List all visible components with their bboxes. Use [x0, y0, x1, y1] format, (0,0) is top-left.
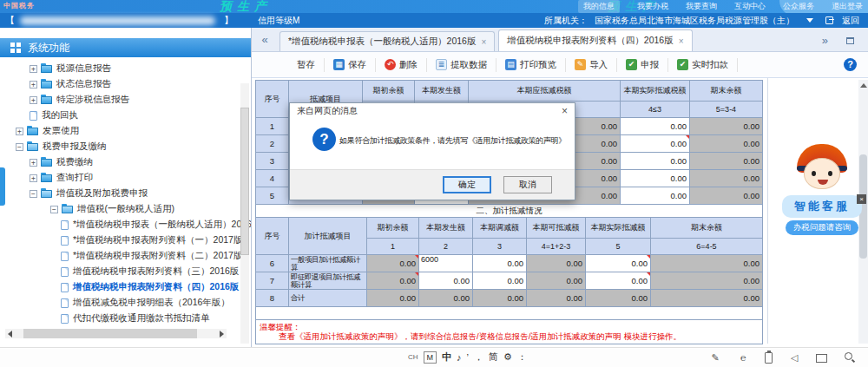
assistant-subtitle[interactable]: 办税问题请咨询 — [786, 220, 858, 235]
editable-cell[interactable]: 0.00 — [586, 255, 651, 272]
tree-item[interactable]: − 增值税及附加税费申报 — [0, 186, 251, 201]
tray-icon[interactable] — [709, 351, 721, 364]
tab-close-icon[interactable]: × — [481, 37, 486, 47]
ime-indicator[interactable]: CH — [408, 353, 418, 361]
tree-item[interactable]: 增值税纳税申报表附列资料（四）2016版 — [0, 279, 251, 295]
sidebar-header[interactable]: 系统功能 — [0, 38, 251, 57]
tree-expander-icon[interactable]: − — [30, 190, 37, 198]
ime-indicator[interactable]: ♪ — [457, 352, 462, 363]
tray-icon[interactable] — [788, 351, 800, 364]
editable-cell[interactable]: 0.00 — [586, 290, 651, 307]
tree-item[interactable]: *增值税纳税申报表附列资料（二）2017版 — [0, 248, 251, 264]
tree-expander-icon[interactable]: + — [16, 128, 23, 135]
editable-cell[interactable]: 0.00 — [473, 290, 527, 307]
top-menu-item[interactable]: 退出登录 — [832, 1, 863, 12]
tree-item[interactable]: *增值税纳税申报表（一般纳税人适用）2016 — [0, 217, 251, 233]
ime-indicator[interactable]: ， — [474, 351, 483, 364]
tree-expander-icon[interactable]: + — [30, 174, 37, 182]
sidebar-vertical-scrollbar[interactable] — [240, 83, 249, 344]
top-menu: 我的信息我要办税我要查询互动中心公众服务退出登录 — [578, 0, 863, 13]
scrollbar-thumb[interactable] — [23, 329, 197, 338]
toolbar-button[interactable]: 实时扣款 — [668, 58, 738, 72]
editable-cell[interactable]: 0.00 — [621, 153, 690, 170]
editable-cell[interactable]: 0.00 — [419, 272, 473, 290]
top-menu-item[interactable]: 我的信息 — [578, 0, 620, 13]
ime-indicator[interactable]: ： — [517, 351, 527, 364]
tree-item[interactable]: − 税费申报及缴纳 — [0, 139, 251, 154]
restore-window-icon[interactable] — [846, 37, 854, 44]
tree-item[interactable]: − 增值税(一般纳税人适用) — [0, 201, 251, 217]
top-menu-item[interactable]: 公众服务 — [783, 1, 814, 12]
toolbar-button[interactable]: 暂存 — [288, 58, 325, 72]
toolbar-button[interactable]: 导入 — [566, 58, 617, 72]
tree-item[interactable]: + 税费缴纳 — [0, 154, 251, 170]
ime-indicator[interactable]: ’ — [467, 352, 469, 363]
tree-expander-icon[interactable]: + — [30, 81, 37, 88]
tree-expander-icon[interactable]: − — [50, 206, 58, 213]
tree-item[interactable]: + 状态信息报告 — [0, 76, 251, 92]
ime-indicator[interactable]: 中 — [442, 351, 451, 364]
tab-close-icon[interactable]: × — [679, 36, 684, 46]
ime-indicator[interactable]: M — [424, 351, 437, 364]
sidebar-horizontal-scrollbar[interactable] — [5, 329, 227, 338]
tree-item[interactable]: *增值税纳税申报表附列资料（一）2017版 — [0, 233, 251, 248]
scrollbar-thumb[interactable] — [240, 108, 249, 255]
cancel-button[interactable]: 取消 — [503, 176, 552, 193]
scroll-up-arrow[interactable] — [858, 80, 868, 90]
toolbar-button[interactable]: 打印预览 — [496, 58, 566, 72]
tray-icon[interactable] — [816, 354, 827, 363]
tree-node-icon — [41, 96, 52, 104]
tax-bureau-logo: 中国税务 — [3, 1, 35, 10]
editable-cell[interactable]: 0.00 — [473, 255, 527, 272]
tab-scroll-left-icon[interactable]: « — [252, 29, 278, 51]
tree-item[interactable]: + 发票使用 — [0, 123, 251, 139]
smart-assistant-widget[interactable]: 智能客服 办税问题请咨询 × — [782, 144, 862, 235]
toolbar-button[interactable]: 申报 — [617, 58, 668, 72]
tab-scroll-right-icon[interactable]: » — [822, 34, 828, 47]
editable-cell[interactable]: 0.00 — [621, 118, 690, 135]
tree-expander-icon[interactable]: + — [30, 65, 37, 73]
editable-cell[interactable]: 0.00 — [621, 170, 690, 187]
dialog-close-icon[interactable]: × — [562, 105, 568, 117]
tree-expander-icon[interactable]: − — [16, 143, 23, 151]
tree-node-icon — [61, 220, 69, 230]
tab-vat-appendix-4[interactable]: 增值税纳税申报表附列资料（四）2016版 × — [498, 29, 692, 51]
tray-icon[interactable] — [737, 351, 749, 364]
editable-cell[interactable]: 0.00 — [621, 135, 690, 153]
return-button[interactable]: 返回 — [842, 15, 859, 27]
tree-expander-icon[interactable]: + — [30, 96, 37, 104]
chevron-down-icon[interactable] — [806, 18, 813, 23]
toolbar-button[interactable]: 保存 — [325, 58, 376, 72]
scroll-left-arrow[interactable] — [8, 331, 12, 338]
tree-item[interactable]: + 特定涉税信息报告 — [0, 92, 251, 108]
ok-button[interactable]: 确定 — [443, 176, 491, 193]
tray-icon[interactable] — [765, 352, 773, 364]
scroll-right-arrow[interactable] — [220, 331, 224, 338]
editable-cell[interactable]: 0.00 — [473, 272, 527, 290]
tree-item[interactable]: 增值税减免税申报明细表（2016年版） — [0, 295, 251, 311]
toolbar-button-label: 导入 — [589, 59, 608, 71]
toolbar-button[interactable]: 删除 — [376, 58, 427, 72]
tree-item[interactable]: 我的回执 — [0, 108, 251, 123]
help-icon[interactable] — [844, 58, 857, 71]
editable-cell[interactable]: 0.00 — [621, 187, 690, 205]
ime-indicator[interactable]: 简 — [489, 351, 498, 364]
ime-indicator[interactable]: ⚙ — [503, 351, 512, 363]
tree-item[interactable]: 代扣代缴税收通用缴款书抵扣清单 — [0, 311, 251, 326]
tray-icon[interactable] — [843, 351, 855, 364]
tree-expander-icon[interactable]: + — [30, 159, 37, 167]
assistant-title[interactable]: 智能客服 — [782, 195, 862, 218]
tree-item[interactable]: + 查询打印 — [0, 170, 251, 186]
tree-item[interactable]: + 税源信息报告 — [0, 61, 251, 76]
tab-vat-return-main[interactable]: *增值税纳税申报表（一般纳税人适用）2016版 × — [279, 31, 495, 51]
top-menu-item[interactable]: 互动中心 — [734, 1, 766, 12]
assistant-close-icon[interactable]: × — [857, 194, 866, 204]
editable-cell[interactable]: 6000 — [419, 255, 473, 272]
editable-cell[interactable]: 0.00 — [419, 290, 473, 307]
panel-collapse-handle[interactable] — [0, 167, 5, 206]
toolbar-button[interactable]: 提取数据 — [427, 58, 496, 72]
top-menu-item[interactable]: 我要查询 — [686, 1, 717, 12]
tree-item[interactable]: 增值税纳税申报表附列资料（三）2016版 — [0, 264, 251, 279]
top-menu-item[interactable]: 我要办税 — [637, 1, 668, 12]
editable-cell[interactable]: 0.00 — [586, 272, 651, 290]
